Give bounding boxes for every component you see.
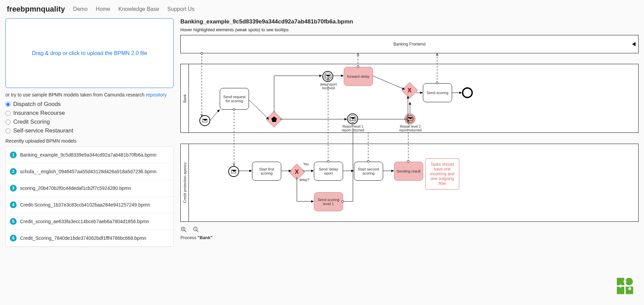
envelope-icon xyxy=(350,117,355,121)
task-start-first: Start first scoring xyxy=(252,162,281,181)
event-gateway[interactable] xyxy=(266,111,282,127)
radio-insurance[interactable]: Insurance Recourse xyxy=(5,110,174,116)
start-event xyxy=(199,115,210,126)
dropzone-text: Drag & drop or click to upload the BPMN … xyxy=(32,50,147,56)
event-report-level1 xyxy=(347,113,358,124)
label-yes: Yes xyxy=(301,162,311,166)
zoom-controls xyxy=(180,226,639,233)
nav-kb[interactable]: Knowledge Base xyxy=(119,6,159,12)
brand[interactable]: freebpmnquality xyxy=(7,5,65,14)
radio-restaurant[interactable]: Self-service Restaurant xyxy=(5,127,174,134)
radio-dispatch[interactable]: Dispatch of Goods xyxy=(5,101,174,108)
lane-title-agency: Credit protection agency xyxy=(181,144,189,221)
radio-credit[interactable]: Credit Scoring xyxy=(5,119,174,125)
task-send-level1[interactable]: Send scoring level 1 xyxy=(314,192,343,211)
file-title: Banking_example_9c5d8339e9a344cd92a7ab48… xyxy=(180,18,639,25)
envelope-icon xyxy=(202,119,207,122)
zoom-out-button[interactable] xyxy=(193,226,199,233)
task-send-delay-report: Send 'delay eport xyxy=(314,162,343,181)
recent-label: Recently uploaded BPMN models xyxy=(5,138,174,144)
repository-link[interactable]: repository xyxy=(146,92,166,97)
event-delay-received xyxy=(322,71,333,82)
hover-hint: Hover highlighted elements (weak spots) … xyxy=(180,27,639,32)
recent-list[interactable]: 1Banking_example_9c5d8339e9a344cd92a7ab4… xyxy=(5,146,174,247)
label-delay-received: delay eport received xyxy=(317,83,340,90)
zoom-out-icon xyxy=(193,227,199,233)
pool-bank: Bank Send request for scoring delay epor… xyxy=(180,64,639,133)
samples-line: or try to use sample BPMN models taken f… xyxy=(5,92,174,97)
nav-demo[interactable]: Demo xyxy=(73,6,88,12)
sample-radio-group: Dispatch of Goods Insurance Recourse Cre… xyxy=(5,101,174,134)
zoom-in-icon xyxy=(181,227,187,233)
event-report-level2[interactable] xyxy=(405,113,415,124)
label-report-level1: Report level 1 report returned xyxy=(341,125,365,132)
recent-item[interactable]: 4Credit-Scoring_1b37e3c83ccb4102baa284e9… xyxy=(6,197,173,213)
nav-home[interactable]: Home xyxy=(96,6,110,12)
zoom-in-button[interactable] xyxy=(180,226,187,233)
gateway-xor-delay[interactable]: X xyxy=(289,164,305,180)
upload-dropzone[interactable]: Drag & drop or click to upload the BPMN … xyxy=(5,18,174,88)
bpmn-diagram[interactable]: Banking Frontend Bank Send request for s… xyxy=(180,35,639,223)
nav-support[interactable]: Support Us xyxy=(167,6,195,12)
recent-item[interactable]: 6Credit_Scoring_7840de1bde374062bdf1fff4… xyxy=(6,230,173,247)
label-report-level2: Report level 2 report returned xyxy=(398,125,422,132)
envelope-icon xyxy=(325,75,330,78)
lane-title-bank: Bank xyxy=(181,64,189,132)
task-send-scoring: Send scoring xyxy=(423,83,452,102)
recent-item[interactable]: 3scoring_20b470b2f0c44dedaf1cb2f7c592428… xyxy=(6,180,173,197)
task-sending-result[interactable]: Sending result xyxy=(394,162,423,181)
svg-line-2 xyxy=(184,230,186,232)
task-send-request: Send request for scoring xyxy=(220,88,249,110)
envelope-icon xyxy=(231,170,236,173)
pool-frontend: Banking Frontend xyxy=(180,35,639,53)
label-delay-q: delay? xyxy=(298,178,311,182)
gateway-xor-1[interactable]: X xyxy=(401,82,418,98)
pentagon-icon xyxy=(271,116,277,122)
recent-item[interactable]: 5Credit_scoring_ae633fa3ecc14bceb7aeb6a7… xyxy=(6,213,173,230)
recent-item[interactable]: 1Banking_example_9c5d8339e9a344cd92a7ab4… xyxy=(6,147,173,163)
task-forward-delay[interactable]: forward delay xyxy=(344,67,373,86)
process-line: Process "Bank" xyxy=(180,235,639,240)
navbar: freebpmnquality Demo Home Knowledge Base… xyxy=(0,0,644,18)
task-start-second: Start second scoring xyxy=(354,162,383,181)
envelope-icon xyxy=(408,117,412,121)
pool-agency: Credit protection agency Start first sco… xyxy=(180,144,639,222)
start-event-agency xyxy=(228,166,239,177)
message-marker-icon xyxy=(632,42,636,46)
weak-spot-tooltip: Tasks should have one incoming and one o… xyxy=(425,158,459,190)
svg-line-6 xyxy=(197,230,198,232)
end-event xyxy=(462,87,473,98)
recent-item[interactable]: 2schufa_-_english_0946457aa55d43128d426a… xyxy=(6,163,173,180)
